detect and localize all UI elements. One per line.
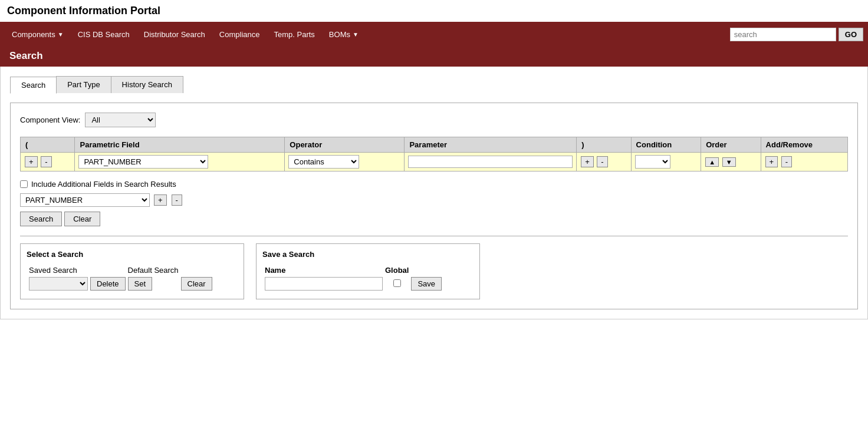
nav-bar: Components ▼ CIS DB Search Distributor S… — [0, 23, 868, 45]
nav-boms-arrow: ▼ — [353, 31, 359, 38]
col-operator: Operator — [285, 137, 405, 153]
parameter-cell — [405, 153, 577, 171]
additional-field-remove-btn[interactable]: - — [172, 194, 182, 206]
parametric-field-cell: PART_NUMBER — [75, 153, 285, 171]
parametric-field-select[interactable]: PART_NUMBER — [78, 155, 208, 169]
close-paren-remove-btn[interactable]: - — [597, 156, 607, 167]
nav-temp-parts-label: Temp. Parts — [274, 30, 314, 39]
section-title: Search — [9, 50, 43, 61]
save-search-table: Name Global — [262, 263, 444, 293]
select-search-controls-row: Delete Set Clear — [29, 277, 212, 291]
save-global-label: Global — [385, 266, 409, 275]
condition-cell: AND OR — [631, 153, 701, 171]
parameter-input[interactable] — [408, 156, 573, 168]
clear-button[interactable]: Clear — [64, 212, 100, 226]
component-view-label: Component View: — [20, 116, 80, 124]
nav-components-arrow: ▼ — [58, 31, 64, 38]
nav-search-area: GO — [730, 28, 863, 41]
nav-boms[interactable]: BOMs ▼ — [322, 27, 366, 42]
component-view-row: Component View: All Active Inactive — [20, 113, 848, 127]
divider — [20, 236, 848, 236]
nav-distributor-label: Distributor Search — [144, 30, 205, 39]
save-global-checkbox-cell — [385, 277, 409, 291]
save-search-title: Save a Search — [262, 250, 474, 259]
nav-distributor-search[interactable]: Distributor Search — [137, 27, 212, 42]
nav-cis-db-label: CIS DB Search — [78, 30, 130, 39]
saved-search-select-cell — [29, 277, 88, 291]
open-paren-add-btn[interactable]: + — [25, 156, 38, 167]
additional-fields-section: Include Additional Fields in Search Resu… — [20, 180, 848, 207]
select-search-panel: Select a Search Saved Search Default Sea… — [20, 243, 244, 299]
operator-select[interactable]: Contains Equals Starts With — [288, 155, 359, 169]
tabs-row: Search Part Type History Search — [10, 76, 858, 93]
tab-content: Component View: All Active Inactive ( Pa… — [10, 103, 858, 309]
tab-history-search[interactable]: History Search — [111, 76, 183, 93]
nav-compliance[interactable]: Compliance — [212, 27, 267, 42]
name-label-cell: Name — [265, 266, 383, 275]
saved-search-empty-cell — [90, 266, 126, 275]
nav-components-label: Components — [12, 30, 55, 39]
delete-search-button[interactable]: Delete — [90, 277, 126, 291]
criteria-table: ( Parametric Field Operator Parameter ) … — [20, 137, 848, 171]
nav-temp-parts[interactable]: Temp. Parts — [267, 27, 321, 42]
select-search-title: Select a Search — [27, 250, 238, 259]
order-down-btn[interactable]: ▼ — [722, 157, 736, 167]
include-additional-label: Include Additional Fields in Search Resu… — [31, 180, 176, 189]
save-name-label: Name — [265, 266, 285, 275]
col-parameter: Parameter — [405, 137, 577, 153]
row-add-btn[interactable]: + — [765, 156, 778, 167]
saved-search-label: Saved Search — [29, 266, 77, 275]
component-view-select[interactable]: All Active Inactive — [85, 113, 156, 127]
tab-part-type[interactable]: Part Type — [56, 76, 111, 93]
col-parametric-field: Parametric Field — [75, 137, 285, 153]
condition-select[interactable]: AND OR — [635, 155, 670, 169]
nav-search-input[interactable] — [730, 28, 836, 41]
save-global-checkbox[interactable] — [393, 279, 401, 287]
save-search-panel: Save a Search Name Global — [256, 243, 480, 299]
tab-part-type-label: Part Type — [67, 80, 100, 89]
app-title: Component Information Portal — [7, 5, 861, 17]
additional-field-select[interactable]: PART_NUMBER — [20, 193, 150, 207]
tab-search[interactable]: Search — [10, 77, 57, 94]
select-search-table: Saved Search Default Search — [27, 263, 215, 293]
order-cell: ▲ ▼ — [701, 153, 761, 171]
save-name-input-cell — [265, 277, 383, 291]
row-remove-btn[interactable]: - — [781, 156, 792, 167]
save-search-labels-row: Name Global — [265, 266, 442, 275]
tab-search-label: Search — [21, 81, 45, 90]
save-search-controls-row: Save — [265, 277, 442, 291]
save-name-input[interactable] — [265, 277, 383, 291]
include-additional-checkbox-row: Include Additional Fields in Search Resu… — [20, 180, 848, 189]
order-up-btn[interactable]: ▲ — [705, 157, 719, 167]
additional-fields-row: PART_NUMBER + - — [20, 193, 848, 207]
saved-search-select[interactable] — [29, 277, 88, 291]
nav-compliance-label: Compliance — [219, 30, 260, 39]
set-btn-cell: Set — [128, 277, 179, 291]
col-open-paren: ( — [21, 137, 75, 153]
action-buttons: Search Clear — [20, 212, 848, 226]
nav-go-button[interactable]: GO — [839, 28, 863, 41]
section-header: Search — [0, 45, 868, 67]
operator-cell: Contains Equals Starts With — [285, 153, 405, 171]
search-button[interactable]: Search — [20, 212, 62, 226]
include-additional-checkbox[interactable] — [20, 180, 28, 188]
add-remove-cell: + - — [761, 153, 847, 171]
save-btn-cell: Save — [411, 277, 442, 291]
main-panel: Search Part Type History Search Componen… — [0, 67, 868, 319]
close-paren-add-btn[interactable]: + — [581, 156, 594, 167]
select-search-labels-row: Saved Search Default Search — [29, 266, 212, 275]
col-add-remove: Add/Remove — [761, 137, 847, 153]
nav-components[interactable]: Components ▼ — [5, 27, 71, 42]
default-search-label-cell: Default Search — [128, 266, 179, 275]
delete-btn-cell: Delete — [90, 277, 126, 291]
set-default-button[interactable]: Set — [128, 277, 153, 291]
additional-field-add-btn[interactable]: + — [154, 194, 167, 206]
save-search-button[interactable]: Save — [411, 277, 442, 291]
col-close-paren: ) — [577, 137, 631, 153]
clear-default-button[interactable]: Clear — [181, 277, 212, 291]
col-order: Order — [701, 137, 761, 153]
nav-cis-db-search[interactable]: CIS DB Search — [71, 27, 137, 42]
page-content: Search Search Part Type History Search C… — [0, 45, 868, 319]
open-paren-remove-btn[interactable]: - — [41, 156, 51, 167]
table-row: + - PART_NUMBER Contains Equals — [21, 153, 848, 171]
